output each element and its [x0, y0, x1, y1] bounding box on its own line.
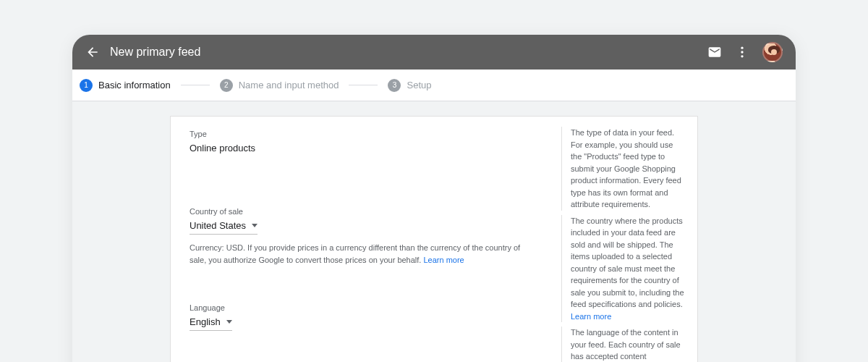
step-label: Name and input method	[239, 80, 339, 90]
dropdown-value: English	[190, 316, 221, 327]
stepper: 1 Basic information 2 Name and input met…	[72, 70, 796, 101]
topbar-actions	[707, 42, 783, 62]
step-label: Setup	[407, 80, 431, 90]
field-label: Language	[190, 303, 534, 312]
svg-point-1	[741, 51, 743, 53]
help-type: The type of data in your feed. For examp…	[561, 127, 686, 211]
more-vert-icon[interactable]	[735, 45, 749, 59]
step-basic-information[interactable]: 1 Basic information	[80, 79, 171, 92]
field-language: Language English	[190, 303, 534, 331]
page-title: New primary feed	[110, 46, 707, 59]
form-help-column: The type of data in your feed. For examp…	[553, 117, 697, 362]
field-country: Country of sale United States Currency: …	[190, 207, 534, 266]
learn-more-link[interactable]: Learn more	[571, 312, 611, 321]
step-label: Basic information	[98, 80, 171, 90]
help-country: The country where the products included …	[561, 215, 686, 323]
back-arrow-icon[interactable]	[85, 45, 100, 59]
field-value: Online products	[190, 141, 534, 156]
step-connector	[349, 85, 378, 85]
svg-point-0	[741, 47, 743, 49]
form-card: Type Online products Country of sale Uni…	[170, 116, 698, 362]
country-dropdown[interactable]: United States	[190, 219, 258, 235]
field-label: Country of sale	[190, 207, 534, 216]
topbar: New primary feed	[72, 35, 796, 70]
caret-down-icon	[226, 320, 232, 324]
mail-icon[interactable]	[707, 45, 722, 59]
help-language: The language of the content in your feed…	[561, 327, 686, 362]
step-number: 3	[388, 79, 401, 92]
content: Type Online products Country of sale Uni…	[72, 101, 796, 362]
svg-point-2	[741, 55, 743, 57]
currency-helper: Currency: USD. If you provide prices in …	[190, 242, 529, 266]
helper-text: Currency: USD. If you provide prices in …	[190, 243, 520, 264]
field-label: Type	[190, 130, 534, 138]
help-text: The type of data in your feed. For examp…	[571, 128, 681, 209]
language-dropdown[interactable]: English	[190, 315, 232, 331]
caret-down-icon	[252, 224, 258, 227]
step-connector	[181, 85, 210, 85]
help-text: The country where the products included …	[571, 216, 684, 309]
window: New primary feed 1 Basic information 2 N…	[72, 35, 796, 362]
form-main: Type Online products Country of sale Uni…	[171, 117, 553, 362]
step-number: 1	[80, 79, 93, 92]
avatar[interactable]	[762, 42, 783, 62]
step-number: 2	[220, 79, 233, 92]
learn-more-link[interactable]: Learn more	[423, 256, 464, 264]
dropdown-value: United States	[190, 220, 246, 231]
step-name-input-method[interactable]: 2 Name and input method	[220, 79, 339, 92]
step-setup[interactable]: 3 Setup	[388, 79, 431, 92]
field-type: Type Online products	[190, 130, 534, 156]
help-text: The language of the content in your feed…	[571, 328, 681, 362]
